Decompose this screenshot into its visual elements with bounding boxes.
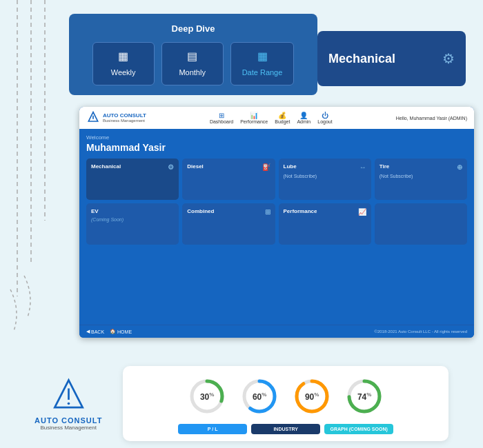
copyright: ©2018-2021 Auto Consult LLC - All rights… — [375, 329, 468, 334]
gauge-tab-industry[interactable]: INDUSTRY — [251, 424, 320, 434]
gauge-4: 74% — [345, 377, 384, 416]
module-card-performance[interactable]: Performance 📈 — [279, 203, 371, 245]
module-card-empty — [375, 203, 467, 245]
footer-nav: ◀ BACK 🏠 HOME — [86, 329, 132, 334]
navbar: AUTO CONSULT Business Management ⊞ Dashb… — [79, 107, 474, 129]
gauge-value-1: 30% — [200, 391, 214, 402]
home-button[interactable]: 🏠 HOME — [110, 329, 132, 334]
weekly-button[interactable]: ▦ Weekly — [92, 42, 155, 85]
logout-icon: ⏻ — [317, 112, 332, 119]
combined-icon: ⊞ — [265, 208, 270, 216]
module-card-tire[interactable]: Tire ⊕ (Not Subscribe) — [375, 159, 467, 200]
gauge-2: 60% — [240, 377, 279, 416]
deep-dive-title: Deep Dive — [80, 23, 306, 34]
dashboard-icon: ⊞ — [210, 112, 233, 119]
tire-icon: ⊕ — [457, 163, 462, 171]
module-cards-row2: EV (Coming Soon) Combined ⊞ Performance … — [86, 203, 467, 245]
weekly-label: Weekly — [111, 68, 136, 77]
nav-logout[interactable]: ⏻ Logout — [317, 112, 332, 124]
gauges-panel: 30% 60% — [123, 366, 448, 441]
admin-icon: 👤 — [297, 112, 310, 119]
mechanical-card-title: Mechanical — [328, 52, 395, 66]
bottom-logo-sub: Business Management — [40, 425, 96, 431]
gear-icon[interactable]: ⚙ — [442, 50, 455, 67]
app-content: Welcome Muhammad Yasir Mechanical ⚙ Dies… — [79, 129, 474, 254]
bottom-logo-name: AUTO CONSULT — [34, 416, 102, 425]
nav-performance[interactable]: 📊 Performance — [240, 112, 268, 124]
logo-text: AUTO CONSULT Business Management — [103, 113, 146, 123]
logo: AUTO CONSULT Business Management — [86, 111, 146, 125]
gauge-circle-1: 30% — [188, 377, 226, 416]
app-footer: ◀ BACK 🏠 HOME ©2018-2021 Auto Consult LL… — [79, 325, 474, 338]
logo-icon — [86, 111, 100, 125]
gauge-tab-pl[interactable]: P / L — [178, 424, 247, 434]
module-card-ev[interactable]: EV (Coming Soon) — [86, 203, 179, 245]
date-range-icon: ▦ — [242, 50, 283, 63]
gauge-circle-2: 60% — [240, 377, 279, 416]
gauge-value-2: 60% — [253, 391, 266, 402]
nav-admin[interactable]: 👤 Admin — [297, 112, 310, 124]
gauge-3: 90% — [293, 377, 331, 416]
date-range-button[interactable]: ▦ Date Range — [230, 42, 295, 85]
deep-dive-buttons: ▦ Weekly ▤ Monthly ▦ Date Range — [80, 42, 306, 85]
home-icon: 🏠 — [110, 329, 116, 334]
diesel-icon: ⛽ — [262, 163, 270, 171]
performance-card-icon: 📈 — [358, 208, 366, 216]
back-arrow-icon: ◀ — [86, 329, 90, 334]
module-card-mechanical[interactable]: Mechanical ⚙ — [86, 159, 179, 200]
mechanical-floating-card: Mechanical ⚙ — [317, 31, 466, 86]
nav-items: ⊞ Dashboard 📊 Performance 💰 Budget 👤 Adm… — [210, 112, 333, 124]
back-button[interactable]: ◀ BACK — [86, 329, 104, 334]
deep-dive-card: Deep Dive ▦ Weekly ▤ Monthly ▦ Date Rang… — [69, 14, 317, 95]
gauge-circle-3: 90% — [293, 377, 331, 416]
performance-icon: 📊 — [240, 112, 268, 119]
gauge-tab-graph[interactable]: GRAPH (COMING SOON) — [324, 424, 393, 434]
gauge-tabs: P / L INDUSTRY GRAPH (COMING SOON) — [137, 424, 435, 434]
weekly-icon: ▦ — [104, 50, 143, 63]
gauge-value-4: 74% — [357, 391, 371, 402]
budget-icon: 💰 — [275, 112, 290, 119]
bottom-logo-icon — [50, 377, 88, 415]
bottom-section: AUTO CONSULT Business Management 30% — [0, 366, 483, 441]
monthly-icon: ▤ — [173, 50, 212, 63]
lube-icon: ↔ — [359, 163, 366, 171]
monthly-button[interactable]: ▤ Monthly — [161, 42, 224, 85]
module-card-lube[interactable]: Lube ↔ (Not Subscribe) — [279, 159, 371, 200]
gauge-value-3: 90% — [305, 391, 319, 402]
nav-greeting: Hello, Muhammad Yasir (ADMIN) — [396, 116, 467, 121]
gauge-circle-4: 74% — [345, 377, 384, 416]
module-card-diesel[interactable]: Diesel ⛽ — [182, 159, 275, 200]
gauge-1: 30% — [188, 377, 226, 416]
welcome-text: Welcome — [86, 134, 467, 141]
monthly-label: Monthly — [179, 68, 206, 77]
svg-point-7 — [67, 402, 70, 405]
module-card-combined[interactable]: Combined ⊞ — [182, 203, 275, 245]
nav-budget[interactable]: 💰 Budget — [275, 112, 290, 124]
user-name: Muhammad Yasir — [86, 142, 467, 153]
app-window: AUTO CONSULT Business Management ⊞ Dashb… — [79, 107, 474, 338]
module-cards-row1: Mechanical ⚙ Diesel ⛽ Lube ↔ (Not Subscr… — [86, 159, 467, 200]
date-range-label: Date Range — [242, 68, 283, 77]
nav-dashboard[interactable]: ⊞ Dashboard — [210, 112, 233, 124]
mechanical-card-icon: ⚙ — [168, 163, 174, 171]
bottom-logo: AUTO CONSULT Business Management — [34, 377, 102, 431]
gauges-row: 30% 60% — [188, 377, 384, 416]
